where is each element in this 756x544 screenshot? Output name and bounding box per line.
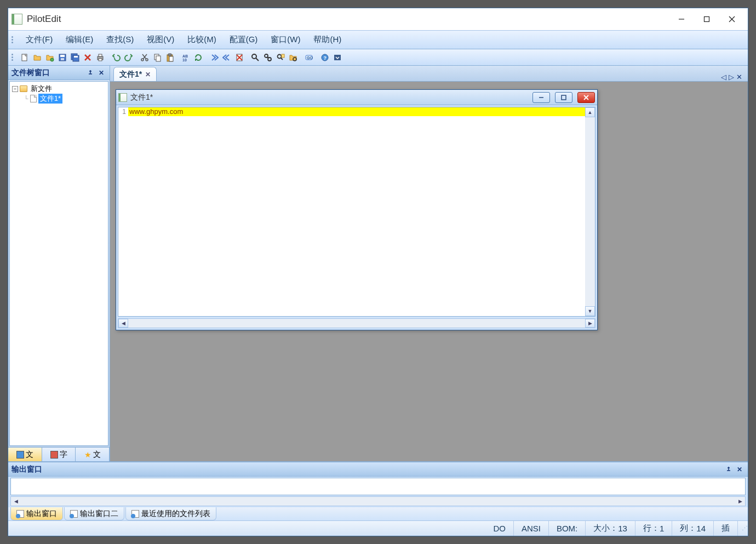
bookmark-remove-icon[interactable] (233, 51, 245, 64)
menubar-grip[interactable] (12, 36, 16, 43)
redo-icon[interactable] (123, 51, 135, 64)
output-body[interactable] (10, 478, 746, 495)
document-titlebar[interactable]: 文件1* (116, 90, 597, 105)
scroll-track[interactable] (585, 117, 595, 306)
toolbar: AB10 GO ? (8, 49, 748, 66)
minimize-button[interactable] (669, 10, 694, 28)
svg-line-35 (267, 57, 268, 58)
scroll-track-h[interactable] (128, 319, 585, 328)
close-panel-icon[interactable]: ✕ (96, 68, 106, 78)
save-all-icon[interactable] (69, 51, 81, 64)
output-scroll-right-icon[interactable]: ▶ (735, 497, 745, 506)
collapse-icon[interactable]: − (12, 86, 18, 92)
sidebar-tab-fav[interactable]: ★文 (76, 448, 110, 461)
folder-icon (20, 85, 27, 92)
tree-root[interactable]: − 新文件 (12, 84, 106, 94)
tree-item-label[interactable]: 文件1* (38, 94, 62, 104)
svg-rect-8 (61, 58, 64, 60)
copy-icon[interactable] (151, 51, 163, 64)
svg-rect-22 (156, 56, 161, 61)
menu-help[interactable]: 帮助(H) (307, 32, 348, 47)
file-tree[interactable]: − 新文件 └ 文件1* (9, 81, 108, 446)
find-in-files-icon[interactable] (274, 51, 287, 64)
scroll-down-icon[interactable]: ▼ (585, 306, 595, 316)
main-area: 文件树窗口 ✕ − 新文件 └ 文件1* (8, 66, 748, 462)
svg-text:?: ? (324, 55, 327, 61)
menu-view[interactable]: 视图(V) (140, 32, 181, 47)
svg-point-5 (50, 58, 54, 61)
doc-close-button[interactable] (577, 92, 595, 103)
svg-text:10: 10 (182, 58, 187, 62)
menu-file[interactable]: 文件(F) (19, 32, 59, 47)
sidebar-tab-chars[interactable]: 字 (42, 448, 76, 461)
menu-find[interactable]: 查找(S) (100, 32, 140, 47)
close-file-icon[interactable] (82, 51, 94, 64)
expand-right-icon[interactable] (208, 51, 220, 64)
horizontal-scrollbar[interactable]: ◀ ▶ (118, 318, 595, 328)
close-button[interactable] (719, 10, 744, 28)
svg-rect-11 (74, 56, 78, 58)
print-icon[interactable] (94, 51, 106, 64)
doc-minimize-button[interactable] (532, 92, 550, 103)
tree-item[interactable]: └ 文件1* (12, 94, 106, 104)
pin-icon[interactable] (85, 68, 95, 78)
scroll-right-icon[interactable]: ▶ (585, 319, 595, 328)
svg-rect-46 (562, 95, 566, 100)
scroll-up-icon[interactable]: ▲ (585, 107, 595, 117)
new-file-icon[interactable] (19, 51, 31, 64)
output-tab-recent[interactable]: 最近使用的文件列表 (125, 507, 216, 520)
save-icon[interactable] (56, 51, 68, 64)
tree-root-label[interactable]: 新文件 (29, 84, 54, 94)
maximize-button[interactable] (694, 10, 719, 28)
paste-icon[interactable] (164, 51, 176, 64)
expand-left-icon[interactable] (221, 51, 233, 64)
help-icon[interactable]: ? (319, 51, 331, 64)
open-file-icon[interactable] (31, 51, 43, 64)
output-title: 输出窗口 (12, 465, 42, 474)
output-tab-1[interactable]: 输出窗口 (10, 507, 63, 520)
status-lineend: DO (485, 521, 514, 536)
output-pin-icon[interactable] (724, 465, 734, 474)
output-tab-2[interactable]: 输出窗口二 (64, 507, 124, 520)
tab-close-icon[interactable]: ✕ (145, 71, 151, 78)
output-header: 输出窗口 ✕ (8, 462, 748, 477)
menu-config[interactable]: 配置(G) (223, 32, 265, 47)
undo-icon[interactable] (110, 51, 122, 64)
refresh-icon[interactable] (192, 51, 204, 64)
svg-rect-16 (99, 59, 102, 61)
menu-compare[interactable]: 比较(M) (181, 32, 223, 47)
tab-nav: ◁ ▷ ✕ (721, 73, 744, 81)
svg-rect-38 (282, 54, 284, 58)
menu-edit[interactable]: 编辑(E) (59, 32, 100, 47)
output-close-icon[interactable]: ✕ (735, 465, 744, 474)
cut-icon[interactable] (139, 51, 151, 64)
scroll-left-icon[interactable]: ◀ (118, 319, 128, 328)
menu-window[interactable]: 窗口(W) (264, 32, 307, 47)
word-wrap-icon[interactable]: AB10 (180, 51, 192, 64)
svg-text:GO: GO (307, 56, 313, 60)
toolbar-grip[interactable] (12, 54, 16, 61)
output-tab-icon (16, 510, 24, 518)
tab-close-all-icon[interactable]: ✕ (736, 73, 742, 81)
status-bom: BOM: (549, 521, 586, 536)
find-folder-icon[interactable] (287, 51, 299, 64)
tab-prev-icon[interactable]: ◁ (721, 73, 726, 81)
document-tab[interactable]: 文件1* ✕ (113, 67, 157, 81)
vertical-scrollbar[interactable]: ▲ ▼ (585, 107, 595, 316)
tab-next-icon[interactable]: ▷ (729, 73, 734, 81)
output-scroll-left-icon[interactable]: ◀ (11, 497, 21, 506)
text-editor[interactable]: www.ghpym.com (128, 107, 585, 316)
open-folder-icon[interactable] (44, 51, 56, 64)
doc-maximize-button[interactable] (555, 92, 572, 103)
sidebar-tab-files[interactable]: 文 (8, 448, 42, 461)
document-window: 文件1* 1 www.ghpym.com (116, 89, 598, 330)
goto-icon[interactable]: GO (303, 51, 315, 64)
titlebar: PilotEdit (8, 8, 748, 30)
resize-grip-icon[interactable]: ⋰ (738, 524, 748, 533)
output-scrollbar[interactable]: ◀ ▶ (10, 496, 746, 506)
find-icon[interactable] (249, 51, 261, 64)
editor-body: 1 www.ghpym.com ▲ ▼ (118, 107, 595, 317)
dropdown-icon[interactable] (331, 51, 343, 64)
find-replace-icon[interactable] (262, 51, 274, 64)
text-line[interactable]: www.ghpym.com (128, 107, 585, 116)
